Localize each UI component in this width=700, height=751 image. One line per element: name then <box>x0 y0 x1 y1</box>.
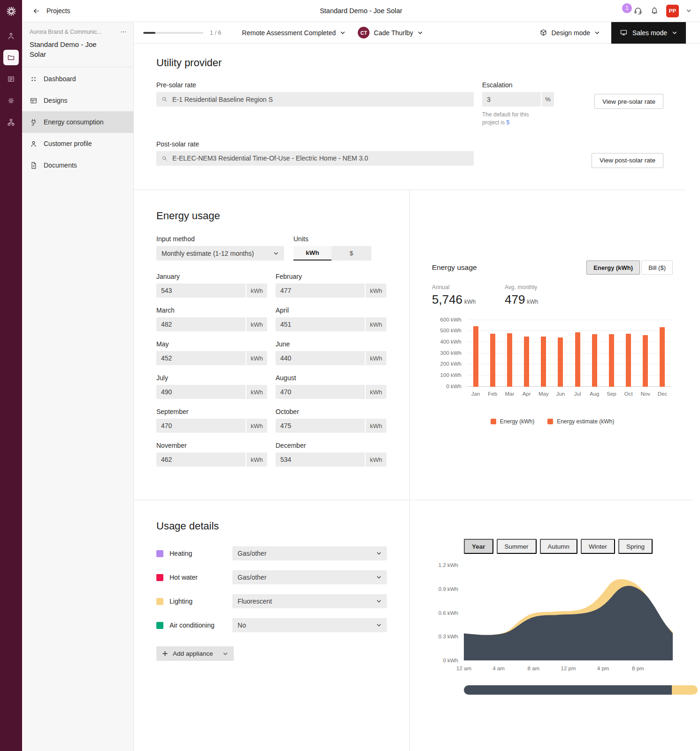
month-input-october[interactable]: 475kWh <box>276 419 386 433</box>
bell-icon[interactable] <box>650 6 659 15</box>
escalation-default-link[interactable]: 5 <box>506 119 509 126</box>
progress-fill <box>143 32 155 34</box>
month-field-july: July490kWh <box>156 374 267 399</box>
bar-chart-y-tick-label: 600 kWh <box>440 317 462 322</box>
workflow-status-dropdown[interactable]: Remote Assessment Completed <box>242 29 346 37</box>
design-mode-button[interactable]: Design mode <box>539 29 600 37</box>
input-method-select[interactable]: Monthly estimate (1-12 months) <box>156 246 284 261</box>
heating-select[interactable]: Gas/other <box>232 546 387 560</box>
sales-mode-button[interactable]: Sales mode <box>611 22 686 44</box>
assignee-dropdown[interactable]: CT Cade Thurlby <box>358 27 423 38</box>
month-field-december: December534kWh <box>276 442 386 467</box>
unit-suffix: kWh <box>246 452 267 467</box>
month-label: July <box>156 374 267 382</box>
rail-projects-icon[interactable] <box>0 46 22 68</box>
units-dollar-tab[interactable]: $ <box>331 246 371 261</box>
chevron-down-icon <box>376 622 382 628</box>
month-input-december[interactable]: 534kWh <box>276 452 386 467</box>
chevron-down-icon <box>417 30 423 36</box>
lighting-label: Lighting <box>169 598 232 605</box>
aurora-logo[interactable] <box>4 4 18 18</box>
chart-title: Energy usage <box>432 263 477 272</box>
annual-value: 5,746 <box>432 292 462 307</box>
user-menu-chevron-icon[interactable] <box>686 8 692 14</box>
area-series-energy-kwh- <box>464 586 673 660</box>
season-tab-winter[interactable]: Winter <box>581 539 615 554</box>
month-field-may: May452kWh <box>156 340 267 365</box>
bar-feb <box>490 334 495 387</box>
month-value: 543 <box>156 284 246 298</box>
month-value: 534 <box>276 452 365 467</box>
escalation-input[interactable]: 3 <box>482 92 541 107</box>
lighting-select[interactable]: Fluorescent <box>232 594 387 608</box>
section-title-utility: Utility provider <box>156 57 663 69</box>
notification-count-badge[interactable]: 1 <box>622 3 632 13</box>
toggle-bill-dollars[interactable]: Bill ($) <box>641 261 673 275</box>
workflow-progress-bar <box>143 32 203 34</box>
season-tab-spring[interactable]: Spring <box>618 539 653 554</box>
season-tab-summer[interactable]: Summer <box>497 539 537 554</box>
month-input-april[interactable]: 451kWh <box>276 317 386 331</box>
assignee-name: Cade Thurlby <box>374 29 413 37</box>
bar-chart-x-tick-label: Dec <box>654 391 671 397</box>
monthly-usage-grid: January543kWh February477kWh March482kWh… <box>156 273 387 467</box>
month-input-may[interactable]: 452kWh <box>156 351 267 365</box>
month-value: 482 <box>156 317 246 331</box>
month-input-march[interactable]: 482kWh <box>156 317 267 331</box>
month-input-june[interactable]: 440kWh <box>276 351 386 365</box>
rail-account-icon[interactable] <box>0 25 22 46</box>
month-label: March <box>156 307 267 314</box>
rail-forms-icon[interactable] <box>0 68 22 90</box>
air-conditioning-select[interactable]: No <box>232 618 387 632</box>
month-input-january[interactable]: 543kWh <box>156 284 267 298</box>
sidebar-item-customer-profile[interactable]: Customer profile <box>22 133 133 154</box>
org-more-icon[interactable] <box>120 29 127 35</box>
bar-slot-oct <box>620 334 637 386</box>
view-pre-solar-rate-button[interactable]: View pre-solar rate <box>594 94 663 109</box>
month-input-february[interactable]: 477kWh <box>276 284 386 298</box>
season-tab-year[interactable]: Year <box>464 539 493 554</box>
area-chart-y-labels: 0 kWh0.3 kWh0.6 kWh0.9 kWh1.2 kWh <box>431 565 458 660</box>
view-post-solar-rate-button[interactable]: View post-solar rate <box>592 153 663 168</box>
usage-composition-bar <box>464 685 698 695</box>
sidebar-item-dashboard[interactable]: Dashboard <box>22 68 133 90</box>
sales-mode-label: Sales mode <box>632 29 667 37</box>
pre-solar-rate-label: Pre-solar rate <box>156 81 474 89</box>
hot-water-select[interactable]: Gas/other <box>232 570 387 584</box>
pre-solar-rate-input[interactable]: E-1 Residential Baseline Region S <box>156 92 474 107</box>
month-input-september[interactable]: 470kWh <box>156 419 267 433</box>
usage-details-section: Usage details Heating Gas/other <box>134 500 410 751</box>
energy-usage-section: Energy usage Input method Monthly estima… <box>134 190 410 500</box>
bar-chart-y-tick-label: 400 kWh <box>440 339 462 345</box>
month-field-october: October475kWh <box>276 408 386 433</box>
month-label: August <box>276 374 386 382</box>
plug-icon <box>30 118 38 126</box>
annual-unit: kWh <box>464 299 476 305</box>
sidebar-item-documents[interactable]: Documents <box>22 154 133 176</box>
usage-row-hot-water: Hot water Gas/other <box>156 570 387 584</box>
sidebar-item-energy-consumption[interactable]: Energy consumption <box>22 111 133 133</box>
rail-settings-icon[interactable] <box>0 90 22 111</box>
back-to-projects[interactable]: Projects <box>32 7 70 15</box>
units-kwh-tab[interactable]: kWh <box>293 246 331 261</box>
unit-suffix: kWh <box>246 317 267 331</box>
bar-slot-nov <box>637 335 654 386</box>
post-solar-rate-input[interactable]: E-ELEC-NEM3 Residential Time-Of-Use - El… <box>156 151 474 166</box>
unit-suffix: kWh <box>246 351 267 365</box>
season-tab-autumn[interactable]: Autumn <box>540 539 578 554</box>
month-input-july[interactable]: 490kWh <box>156 385 267 399</box>
month-field-april: April451kWh <box>276 307 386 331</box>
designs-icon <box>30 97 38 105</box>
add-appliance-button[interactable]: Add appliance <box>156 646 234 661</box>
support-headset-icon[interactable] <box>633 6 643 15</box>
month-input-august[interactable]: 470kWh <box>276 385 386 399</box>
bar-slot-may <box>535 337 552 387</box>
user-avatar[interactable]: PP <box>666 5 679 17</box>
toggle-energy-kwh[interactable]: Energy (kWh) <box>586 261 640 275</box>
month-input-november[interactable]: 462kWh <box>156 452 267 467</box>
sidebar-item-designs[interactable]: Designs <box>22 90 133 111</box>
rail-org-chart-icon[interactable] <box>0 111 22 133</box>
project-sidebar: Aurora Brand & Communic... Standard Demo… <box>22 22 134 751</box>
bar-chart-x-tick-label: Sep <box>603 391 620 397</box>
composition-segment-1 <box>672 685 698 695</box>
